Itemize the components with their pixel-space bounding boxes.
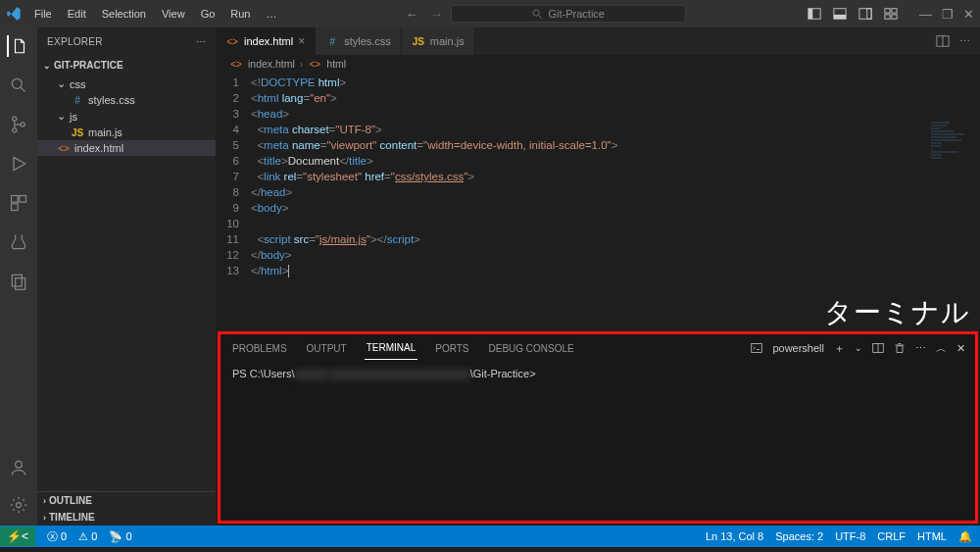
svg-point-15 [13, 128, 17, 132]
panel-tab-output[interactable]: OUTPUT [305, 337, 349, 360]
status-indent[interactable]: Spaces: 2 [775, 530, 823, 542]
outline-label: OUTLINE [49, 495, 92, 506]
activity-source-control-icon[interactable] [8, 114, 29, 135]
folder-js[interactable]: ⌄ js [37, 108, 216, 125]
breadcrumb-item[interactable]: html [326, 58, 346, 70]
maximize-panel-icon[interactable]: ︿ [936, 341, 947, 356]
menu-file[interactable]: File [27, 4, 59, 24]
code-content[interactable]: <!DOCTYPE html><html lang="en"><head> <m… [251, 73, 980, 331]
chevron-right-icon: › [43, 513, 46, 523]
layout-panel-icon[interactable] [833, 7, 847, 21]
activity-settings-icon[interactable] [8, 494, 29, 516]
svg-rect-6 [859, 9, 871, 20]
status-encoding[interactable]: UTF-8 [835, 530, 865, 542]
js-file-icon: JS [71, 127, 84, 138]
folder-css[interactable]: ⌄ css [37, 75, 216, 92]
panel-tabs: PROBLEMS OUTPUT TERMINAL PORTS DEBUG CON… [220, 334, 975, 362]
activity-run-debug-icon[interactable] [8, 153, 29, 175]
svg-rect-17 [12, 196, 19, 203]
html-file-icon: <> [225, 36, 239, 47]
activity-search-icon[interactable] [8, 75, 29, 96]
kill-terminal-icon[interactable] [894, 342, 906, 354]
svg-line-1 [538, 15, 541, 18]
command-center-search[interactable]: Git-Practice [451, 5, 686, 23]
tab-main-js[interactable]: JS main.js [402, 27, 475, 55]
file-styles-css[interactable]: # styles.css [37, 92, 216, 108]
timeline-section[interactable]: ›TIMELINE [37, 509, 216, 526]
editor-tabs: <> index.html × # styles.css JS main.js … [216, 27, 980, 55]
terminal-shell-icon[interactable] [751, 342, 762, 354]
window-minimize-icon[interactable]: — [919, 7, 932, 22]
nav-back-icon[interactable]: ← [406, 7, 418, 22]
status-radio[interactable]: 📡 0 [109, 530, 131, 543]
breadcrumb[interactable]: <> index.html › <> html [216, 55, 980, 73]
split-terminal-icon[interactable] [872, 342, 884, 354]
window-close-icon[interactable]: ✕ [963, 7, 974, 22]
panel-tab-ports[interactable]: PORTS [433, 337, 470, 360]
status-errors[interactable]: ⓧ 0 [47, 529, 67, 544]
activity-accounts-icon[interactable] [8, 457, 29, 478]
js-file-icon: JS [412, 36, 425, 47]
menu-edit[interactable]: Edit [61, 4, 93, 24]
terminal-shell-label[interactable]: powershell [772, 342, 824, 354]
status-warnings[interactable]: ⚠ 0 [78, 530, 97, 543]
terminal-body[interactable]: PS C:\Users\xxxxxx xxxxxxxxxxxxxxxxxxxxx… [220, 362, 975, 521]
status-cursor-position[interactable]: Ln 13, Col 8 [706, 530, 763, 542]
activity-bar [0, 27, 37, 526]
notifications-icon[interactable]: 🔔 [958, 530, 972, 543]
activity-explorer-icon[interactable] [7, 35, 28, 57]
file-label: index.html [74, 142, 123, 154]
search-placeholder: Git-Practice [549, 8, 605, 20]
activity-testing-icon[interactable] [8, 231, 29, 253]
vscode-logo-icon [6, 6, 22, 22]
panel-tab-debug-console[interactable]: DEBUG CONSOLE [487, 337, 576, 360]
close-panel-icon[interactable]: ✕ [956, 342, 965, 355]
tab-index-html[interactable]: <> index.html × [216, 27, 316, 55]
terminal-panel: PROBLEMS OUTPUT TERMINAL PORTS DEBUG CON… [218, 331, 978, 524]
chevron-right-icon: › [300, 58, 304, 70]
html-tag-icon: <> [308, 59, 321, 70]
status-language[interactable]: HTML [917, 530, 947, 542]
panel-tab-problems[interactable]: PROBLEMS [230, 337, 289, 360]
outline-section[interactable]: ›OUTLINE [37, 492, 216, 509]
file-main-js[interactable]: JS main.js [37, 125, 216, 140]
code-editor[interactable]: 12345678910111213 <!DOCTYPE html><html l… [216, 73, 980, 331]
explorer-more-icon[interactable]: ⋯ [196, 36, 206, 47]
tab-styles-css[interactable]: # styles.css [316, 27, 402, 55]
menu-go[interactable]: Go [194, 4, 222, 24]
status-bar: ⚡< ⓧ 0 ⚠ 0 📡 0 Ln 13, Col 8 Spaces: 2 UT… [0, 526, 980, 547]
svg-rect-11 [892, 15, 897, 19]
menu-run[interactable]: Run [223, 4, 257, 24]
svg-rect-26 [752, 344, 762, 353]
activity-extensions-icon[interactable] [8, 192, 29, 214]
window-restore-icon[interactable]: ❐ [942, 7, 954, 22]
menu-overflow[interactable]: … [260, 4, 284, 24]
svg-rect-21 [16, 278, 25, 290]
terminal-prompt-redacted: xxxxxx xxxxxxxxxxxxxxxxxxxxxxxxxx [295, 368, 470, 379]
terminal-dropdown-icon[interactable]: ⌄ [855, 343, 862, 353]
minimap[interactable] [931, 122, 978, 180]
panel-tab-terminal[interactable]: TERMINAL [365, 336, 418, 360]
svg-rect-10 [885, 15, 890, 19]
terminal-prompt-prefix: PS C:\Users\ [232, 368, 295, 379]
file-index-html[interactable]: <> index.html [37, 140, 216, 156]
tab-close-icon[interactable]: × [298, 34, 305, 48]
new-terminal-icon[interactable]: ＋ [834, 341, 845, 356]
remote-indicator-icon[interactable]: ⚡< [0, 527, 35, 546]
nav-forward-icon[interactable]: → [430, 7, 443, 22]
explorer-title: EXPLORER [47, 36, 103, 47]
activity-references-icon[interactable] [8, 271, 29, 292]
menu-view[interactable]: View [155, 4, 192, 24]
panel-more-icon[interactable]: ⋯ [915, 342, 926, 355]
chevron-right-icon: › [43, 496, 46, 506]
layout-sidebar-right-icon[interactable] [858, 7, 872, 21]
split-editor-icon[interactable] [936, 34, 950, 48]
breadcrumb-item[interactable]: index.html [248, 58, 295, 70]
editor-more-icon[interactable]: ⋯ [959, 35, 970, 48]
chevron-down-icon: ⌄ [57, 77, 66, 90]
customize-layout-icon[interactable] [884, 7, 898, 21]
layout-sidebar-left-icon[interactable] [808, 7, 821, 21]
status-eol[interactable]: CRLF [877, 530, 906, 542]
explorer-root[interactable]: ⌄ GIT-PRACTICE [37, 57, 216, 74]
menu-selection[interactable]: Selection [95, 4, 153, 24]
